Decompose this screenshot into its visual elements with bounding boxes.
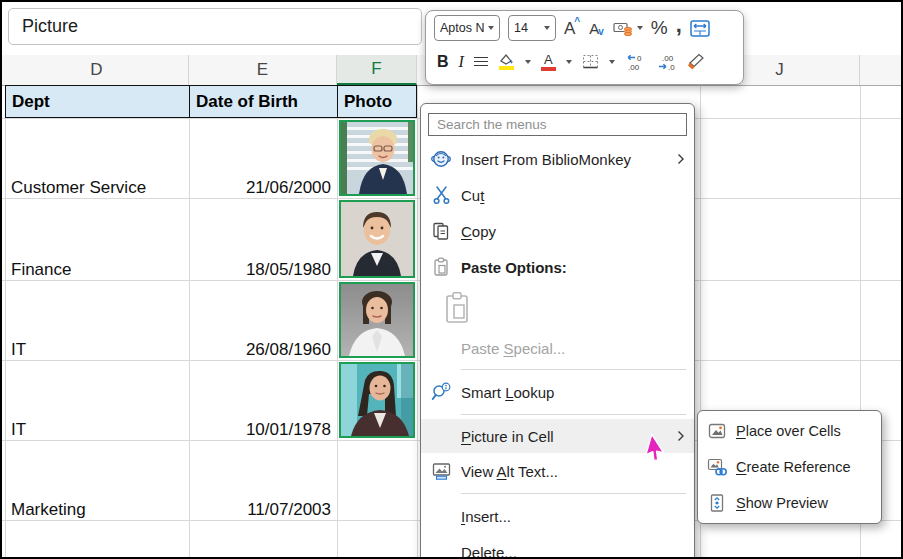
column-header-d[interactable]: D	[5, 55, 189, 85]
cell-dept[interactable]: Customer Service	[11, 118, 181, 205]
menu-item-label: Smart Lookup	[461, 384, 694, 401]
photo-cell-man-smiling[interactable]	[339, 200, 415, 278]
font-size-value: 14	[514, 21, 540, 35]
menu-item-label: Insert...	[461, 508, 694, 525]
chevron-down-icon	[525, 60, 531, 64]
font-size-select[interactable]: 14	[508, 15, 556, 41]
column-header-e[interactable]: E	[189, 55, 337, 85]
picture-in-cell-submenu: Place over Cells Create Reference	[697, 410, 882, 524]
fill-color-icon	[498, 53, 515, 65]
cell-dob[interactable]: 21/06/2000	[189, 118, 331, 205]
excel-window: Picture D E F J Dept Date of Birth Photo…	[0, 0, 903, 559]
photo-cell-woman-teal[interactable]	[339, 362, 415, 438]
table-header-photo[interactable]: Photo	[337, 85, 417, 118]
menu-item-copy[interactable]: Copy	[421, 213, 694, 249]
mini-toolbar: Aptos Na 14 A^ Av	[425, 10, 744, 85]
mouse-cursor	[645, 433, 675, 469]
table-header-row: Dept Date of Birth Photo	[5, 85, 417, 118]
search-input[interactable]	[428, 113, 687, 136]
font-name-value: Aptos Na	[440, 21, 484, 35]
table-header-dept[interactable]: Dept	[5, 85, 189, 118]
create-reference-icon	[698, 457, 736, 477]
menu-item-insert-from-bibliomonkey[interactable]: Insert From BiblioMonkey	[421, 141, 694, 177]
cell-dob[interactable]: 11/07/2003	[189, 440, 331, 527]
center-align-button[interactable]	[474, 55, 488, 68]
gridline	[417, 86, 418, 557]
chevron-down-icon	[488, 26, 494, 30]
smart-lookup-icon	[421, 382, 461, 402]
name-box[interactable]: Picture	[8, 8, 422, 45]
menu-item-delete[interactable]: Delete...	[421, 534, 694, 559]
context-menu: Insert From BiblioMonkey Cut	[420, 103, 695, 559]
font-name-select[interactable]: Aptos Na	[434, 15, 500, 41]
submenu-item-place-over-cells[interactable]: Place over Cells	[698, 413, 881, 449]
svg-text:.00: .00	[628, 62, 640, 71]
menu-item-paste-special: Paste Special...	[421, 331, 694, 365]
decrease-decimal-button[interactable]: .00 .0	[656, 53, 677, 71]
letter-a: A	[544, 53, 553, 66]
svg-text:.00: .00	[662, 54, 674, 63]
alt-text-icon	[421, 461, 461, 481]
submenu-item-label: Show Preview	[736, 495, 881, 511]
increase-font-size-button[interactable]: A^	[564, 20, 581, 37]
borders-icon	[582, 54, 599, 69]
menu-item-label: Picture in Cell	[461, 428, 668, 445]
format-painter-icon	[687, 53, 706, 70]
table-header-dob[interactable]: Date of Birth	[189, 85, 337, 118]
copy-icon	[421, 221, 461, 241]
fill-color-button[interactable]	[498, 53, 515, 70]
percent-style-button[interactable]: %	[651, 17, 668, 39]
chevron-down-icon	[637, 26, 643, 30]
photo-cell-woman-blonde[interactable]	[339, 120, 415, 196]
paste-option-button[interactable]	[421, 285, 694, 331]
cell-dept[interactable]: IT	[11, 280, 181, 367]
show-preview-icon	[698, 493, 736, 513]
increase-decimal-button[interactable]: 0 .00	[625, 53, 646, 71]
photo-cell-woman-white-blouse[interactable]	[339, 282, 415, 358]
menu-item-paste-options: Paste Options:	[421, 249, 694, 285]
font-color-button[interactable]: A	[541, 53, 556, 71]
menu-item-cut[interactable]: Cut	[421, 177, 694, 213]
menu-item-label: Cut	[461, 187, 694, 204]
caret-down-icon: v	[598, 27, 604, 37]
menu-separator	[461, 369, 686, 370]
clipboard-icon	[421, 257, 461, 277]
place-over-cells-icon	[698, 421, 736, 441]
merge-center-icon	[690, 20, 710, 37]
merge-center-button[interactable]	[690, 20, 710, 37]
cell-dob[interactable]: 10/01/1978	[189, 360, 331, 447]
chevron-down-icon	[544, 26, 550, 30]
cell-dept[interactable]: Marketing	[11, 440, 181, 527]
gridline	[337, 86, 338, 557]
menu-item-label: Insert From BiblioMonkey	[461, 151, 668, 168]
menu-separator	[461, 493, 686, 494]
menu-item-smart-lookup[interactable]: Smart Lookup	[421, 374, 694, 410]
menu-item-label: Paste Options:	[461, 259, 694, 276]
caret-up-icon: ^	[574, 17, 580, 27]
bold-button[interactable]: B	[437, 53, 449, 71]
increase-decimal-icon: 0 .00	[625, 53, 646, 71]
menu-item-insert[interactable]: Insert...	[421, 498, 694, 534]
format-painter-button[interactable]	[687, 53, 706, 70]
comma-style-button[interactable]: ,	[676, 18, 682, 31]
fill-color-swatch	[499, 66, 514, 70]
menu-item-label: Copy	[461, 223, 694, 240]
chevron-down-icon	[566, 60, 572, 64]
cell-dob[interactable]: 26/08/1960	[189, 280, 331, 367]
accounting-number-format-button[interactable]	[613, 20, 643, 37]
cell-dob[interactable]: 18/05/1980	[189, 198, 331, 287]
cell-dept[interactable]: IT	[11, 360, 181, 447]
paste-icon-disabled	[421, 291, 493, 325]
menu-separator	[461, 414, 686, 415]
menu-item-label: Paste Special...	[461, 340, 694, 357]
column-header-f[interactable]: F	[337, 55, 417, 85]
italic-button[interactable]: I	[459, 53, 464, 71]
gridline	[5, 86, 6, 557]
submenu-arrow-icon	[668, 153, 694, 165]
svg-text:.0: .0	[668, 63, 675, 71]
cell-dept[interactable]: Finance	[11, 198, 181, 287]
decrease-font-size-button[interactable]: Av	[589, 21, 605, 36]
borders-button[interactable]	[582, 54, 599, 69]
submenu-item-create-reference[interactable]: Create Reference	[698, 449, 881, 485]
submenu-item-show-preview[interactable]: Show Preview	[698, 485, 881, 521]
